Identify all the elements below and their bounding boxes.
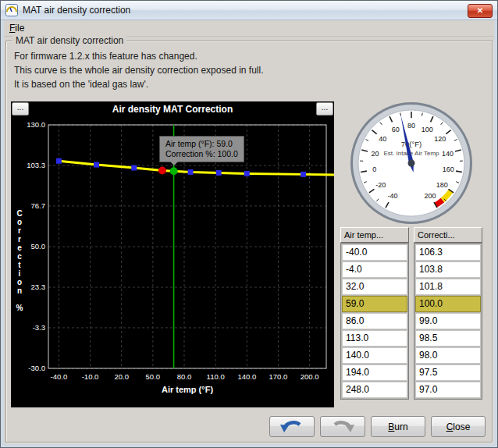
table-cell[interactable]: 97.0 — [415, 382, 481, 398]
svg-text:76.7: 76.7 — [31, 201, 46, 210]
svg-text:160: 160 — [443, 165, 454, 173]
window-title: MAT air density correction — [23, 5, 130, 16]
svg-text:70(°F): 70(°F) — [401, 140, 422, 148]
table-cell[interactable]: 97.5 — [415, 364, 481, 381]
air-temp-column-header: Air temp... — [340, 227, 409, 243]
redo-button[interactable] — [320, 416, 365, 437]
svg-text:-10.0: -10.0 — [82, 372, 99, 381]
correction-column-body: 106.3103.8101.8100.099.098.598.097.597.0 — [414, 243, 482, 400]
menubar: File — [4, 20, 494, 37]
dialog-window: MAT air density correction ✕ File MAT ai… — [0, 0, 498, 448]
table-cell[interactable]: 99.0 — [415, 313, 481, 329]
undo-icon — [278, 418, 306, 436]
svg-text:-30.0: -30.0 — [28, 364, 45, 372]
air-temp-column-body: -40.0-4.032.059.086.0113.0140.0194.0248.… — [340, 243, 409, 400]
table-cell[interactable]: 248.0 — [342, 382, 407, 398]
svg-text:80.0: 80.0 — [177, 372, 192, 381]
svg-text:200: 200 — [424, 192, 436, 200]
table-cell[interactable]: 106.3 — [415, 244, 481, 261]
svg-text:0: 0 — [372, 165, 376, 173]
svg-text:120: 120 — [434, 135, 446, 143]
info-line-3: It is based on the 'ideal gas law'. — [14, 79, 148, 90]
svg-text:-20: -20 — [375, 181, 386, 189]
dialog-client-area: File MAT air density correction For firm… — [4, 20, 494, 444]
undo-button[interactable] — [269, 416, 315, 437]
table-cell[interactable]: 59.0 — [342, 296, 407, 312]
correction-column: Correcti... 106.3103.8101.8100.099.098.5… — [414, 227, 482, 400]
table-cell[interactable]: 103.8 — [415, 261, 481, 278]
table-cell[interactable]: 101.8 — [415, 279, 481, 295]
table-cell[interactable]: 32.0 — [342, 279, 407, 295]
groupbox-title: MAT air density correction — [12, 35, 126, 46]
table-cell[interactable]: 98.0 — [415, 347, 481, 364]
svg-text:80: 80 — [407, 122, 415, 130]
close-button[interactable]: Close — [431, 416, 486, 437]
info-line-2: This curve is the whole air density corr… — [14, 65, 263, 76]
svg-text:-40.0: -40.0 — [51, 372, 68, 381]
svg-text:-3.3: -3.3 — [33, 323, 45, 332]
correction-table: Air temp... -40.0-4.032.059.086.0113.014… — [340, 227, 486, 402]
mat-correction-groupbox: MAT air density correction For firmware … — [5, 41, 493, 443]
menu-file[interactable]: File — [4, 21, 30, 35]
burn-button[interactable]: Burn — [371, 416, 425, 437]
svg-text:23.3: 23.3 — [31, 283, 46, 291]
svg-text:-40: -40 — [387, 192, 397, 200]
info-line-1: For firmware 1.2.x this feature has chan… — [14, 51, 197, 62]
table-cell[interactable]: 113.0 — [342, 330, 407, 347]
point-tooltip: Air temp (°F): 59.0 Correction %: 100.0 — [159, 136, 244, 162]
svg-text:140: 140 — [442, 150, 454, 158]
table-cell[interactable]: 98.5 — [415, 330, 481, 347]
svg-text:60: 60 — [392, 126, 400, 133]
correction-column-header: Correcti... — [414, 227, 482, 243]
redo-icon — [329, 418, 357, 436]
table-cell[interactable]: -40.0 — [342, 244, 407, 261]
svg-text:50.0: 50.0 — [31, 242, 46, 251]
table-cell[interactable]: -4.0 — [342, 261, 407, 278]
svg-text:40: 40 — [379, 135, 386, 143]
table-cell[interactable]: 86.0 — [342, 313, 407, 329]
tooltip-airtemp: Air temp (°F): 59.0 — [165, 139, 238, 149]
svg-text:100: 100 — [422, 126, 433, 133]
table-cell[interactable]: 194.0 — [342, 364, 407, 381]
chart-title: Air density MAT Correction — [11, 104, 334, 115]
svg-text:200.0: 200.0 — [301, 372, 319, 381]
svg-text:103.3: 103.3 — [27, 161, 45, 169]
svg-text:130.0: 130.0 — [27, 120, 45, 129]
table-cell[interactable]: 100.0 — [415, 296, 481, 312]
svg-text:180: 180 — [436, 181, 448, 189]
svg-text:Air temp (°F): Air temp (°F) — [162, 385, 213, 394]
window-icon — [5, 4, 18, 16]
tooltip-correction: Correction %: 100.0 — [165, 149, 238, 159]
air-temp-gauge: -40-2002040608010012014016018020070(°F)E… — [337, 99, 486, 227]
svg-text:170.0: 170.0 — [269, 372, 288, 381]
svg-text:50.0: 50.0 — [146, 372, 161, 381]
svg-text:20.0: 20.0 — [114, 372, 129, 381]
svg-text:20: 20 — [372, 150, 379, 158]
correction-curve-chart: ... ... Air density MAT Correction -40.0… — [11, 101, 334, 407]
titlebar[interactable]: MAT air density correction ✕ — [1, 1, 497, 20]
air-temp-column: Air temp... -40.0-4.032.059.086.0113.014… — [340, 227, 409, 400]
button-row: Burn Close — [269, 416, 486, 437]
svg-text:140.0: 140.0 — [237, 372, 256, 381]
gauge-dial: -40-2002040608010012014016018020070(°F)E… — [337, 99, 486, 227]
svg-text:110.0: 110.0 — [207, 372, 225, 381]
close-window-button[interactable]: ✕ — [468, 4, 493, 18]
table-cell[interactable]: 140.0 — [342, 347, 407, 364]
y-axis-label: Correction % — [14, 209, 25, 312]
